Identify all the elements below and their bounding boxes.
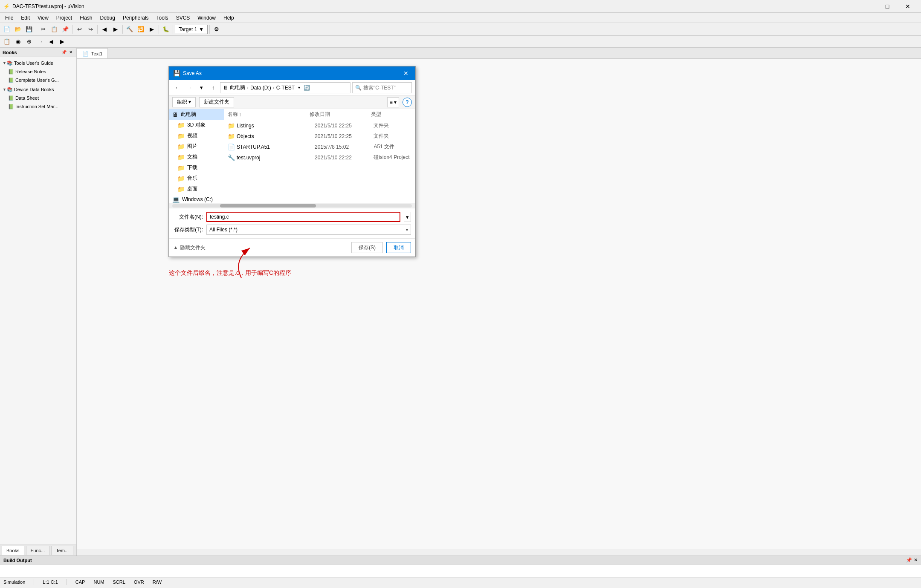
file-date-1: 2021/5/10 22:25 bbox=[315, 133, 372, 139]
tree-item-data-sheet[interactable]: 📗 Data Sheet bbox=[6, 94, 75, 102]
dialog-sidebar-item-6[interactable]: 📁音乐 bbox=[169, 173, 224, 184]
build-output-pin[interactable]: 📌 bbox=[906, 557, 912, 563]
settings-btn[interactable]: ⚙ bbox=[211, 24, 222, 35]
doc-icon-1: 📗 bbox=[8, 68, 14, 75]
filename-input[interactable] bbox=[206, 212, 400, 222]
view-options-btn[interactable]: ≡ ▾ bbox=[387, 97, 399, 107]
tree-item-release-notes[interactable]: 📗 Release Notes bbox=[6, 67, 75, 76]
file-name-3: test.uvproj bbox=[237, 155, 313, 161]
horizontal-scrollbar[interactable] bbox=[77, 549, 921, 556]
close-button[interactable]: ✕ bbox=[898, 0, 918, 13]
tab-books[interactable]: Books bbox=[2, 546, 24, 555]
t2-btn5[interactable]: ◀ bbox=[46, 37, 56, 47]
organize-btn[interactable]: 组织 ▾ bbox=[172, 97, 196, 107]
app-icon: ⚡ bbox=[3, 3, 10, 9]
dialog-sidebar-item-4[interactable]: 📁文档 bbox=[169, 152, 224, 162]
tree-item-complete-user[interactable]: 📗 Complete User's G... bbox=[6, 76, 75, 84]
tree-item-tools-guide[interactable]: ▼ 📚 Tools User's Guide bbox=[1, 59, 75, 67]
hide-folders-btn[interactable]: ▲ 隐藏文件夹 bbox=[173, 244, 206, 251]
redo-btn[interactable]: ↪ bbox=[85, 24, 96, 35]
tab-text1[interactable]: 📄 Text1 bbox=[77, 48, 108, 58]
minimize-button[interactable]: – bbox=[857, 0, 877, 13]
dialog-file-list: 名称 ↑ 修改日期 类型 📁 Listings 2021/5/10 22:25 … bbox=[224, 109, 415, 203]
file-item-3[interactable]: 🔧 test.uvproj 2021/5/10 22:22 碰ision4 Pr… bbox=[224, 152, 415, 163]
menu-item-svcs[interactable]: SVCS bbox=[173, 13, 194, 23]
file-item-0[interactable]: 📁 Listings 2021/5/10 22:25 文件夹 bbox=[224, 120, 415, 131]
bc-refresh-btn[interactable]: 🔄 bbox=[304, 85, 310, 91]
new-file-btn[interactable]: 📄 bbox=[2, 24, 12, 35]
open-btn[interactable]: 📂 bbox=[13, 24, 23, 35]
sidebar-close-btn[interactable]: ✕ bbox=[68, 49, 74, 55]
save-button[interactable]: 保存(S) bbox=[351, 242, 383, 253]
dialog-nav-back[interactable]: ← bbox=[172, 83, 182, 93]
nav-back-btn[interactable]: ◀ bbox=[99, 24, 110, 35]
dialog-close-btn[interactable]: ✕ bbox=[401, 68, 411, 78]
file-type-3: 碰ision4 Project bbox=[374, 154, 412, 161]
dialog-sidebar-item-5[interactable]: 📁下载 bbox=[169, 162, 224, 173]
filetype-select[interactable]: All Files (*.*) ▾ bbox=[206, 225, 411, 235]
cancel-button[interactable]: 取消 bbox=[386, 242, 411, 253]
menu-item-tools[interactable]: Tools bbox=[153, 13, 172, 23]
dialog-sidebar-item-1[interactable]: 📁3D 对象 bbox=[169, 120, 224, 130]
file-item-1[interactable]: 📁 Objects 2021/5/10 22:25 文件夹 bbox=[224, 131, 415, 141]
save-btn[interactable]: 💾 bbox=[24, 24, 34, 35]
tab-func[interactable]: Func... bbox=[26, 546, 50, 555]
build-btn[interactable]: 🔨 bbox=[125, 24, 135, 35]
breadcrumb-bar[interactable]: 🖥 此电脑 › Data (D:) › C-TEST ▾ 🔄 bbox=[220, 82, 350, 93]
menu-item-view[interactable]: View bbox=[34, 13, 52, 23]
menu-item-flash[interactable]: Flash bbox=[76, 13, 96, 23]
dialog-search-input[interactable] bbox=[363, 85, 409, 91]
menu-item-debug[interactable]: Debug bbox=[97, 13, 119, 23]
doc-icon-3: 📗 bbox=[8, 95, 14, 101]
t2-btn4[interactable]: → bbox=[35, 37, 45, 47]
dialog-nav-dropdown[interactable]: ▾ bbox=[196, 83, 206, 93]
debug-btn[interactable]: 🐛 bbox=[161, 24, 171, 35]
target-selector[interactable]: Target 1 ▼ bbox=[175, 25, 208, 34]
dialog-nav-up[interactable]: ↑ bbox=[208, 83, 218, 93]
t2-btn1[interactable]: 📋 bbox=[2, 37, 12, 47]
help-btn[interactable]: ? bbox=[403, 98, 412, 107]
menu-item-project[interactable]: Project bbox=[53, 13, 75, 23]
menu-item-edit[interactable]: Edit bbox=[17, 13, 33, 23]
filename-dropdown-btn[interactable]: ▾ bbox=[404, 212, 411, 222]
tree-item-device-books[interactable]: ▼ 📚 Device Data Books bbox=[1, 85, 75, 94]
dialog-sidebar-item-3[interactable]: 📁图片 bbox=[169, 141, 224, 152]
col-header-date[interactable]: 修改日期 bbox=[310, 111, 371, 118]
sidebar-pin-btn[interactable]: 📌 bbox=[61, 49, 67, 55]
dialog-search-box[interactable]: 🔍 bbox=[352, 82, 412, 93]
dialog-sidebar-item-7[interactable]: 📁桌面 bbox=[169, 184, 224, 194]
run-btn[interactable]: ▶ bbox=[147, 24, 157, 35]
build-output-close[interactable]: ✕ bbox=[914, 557, 918, 563]
paste-btn[interactable]: 📌 bbox=[60, 24, 70, 35]
undo-btn[interactable]: ↩ bbox=[74, 24, 84, 35]
menu-item-help[interactable]: Help bbox=[220, 13, 237, 23]
copy-btn[interactable]: 📋 bbox=[49, 24, 59, 35]
col-header-name[interactable]: 名称 ↑ bbox=[228, 111, 310, 118]
t2-btn2[interactable]: ◉ bbox=[13, 37, 23, 47]
menu-item-file[interactable]: File bbox=[2, 13, 17, 23]
save-as-dialog[interactable]: 💾 Save As ✕ ← → ▾ ↑ 🖥 此电脑 › Data (D:) › … bbox=[168, 66, 416, 257]
t2-btn6[interactable]: ▶ bbox=[57, 37, 67, 47]
sidebar-scroll[interactable]: ▼ 📚 Tools User's Guide 📗 Release Notes 📗… bbox=[0, 57, 76, 545]
nav-fwd-btn[interactable]: ▶ bbox=[110, 24, 121, 35]
file-type-2: A51 文件 bbox=[374, 143, 412, 150]
tree-label-device: Device Data Books bbox=[14, 87, 54, 92]
menu-item-peripherals[interactable]: Peripherals bbox=[119, 13, 152, 23]
tab-tem[interactable]: Tem... bbox=[51, 546, 73, 555]
new-folder-btn[interactable]: 新建文件夹 bbox=[199, 97, 234, 107]
dialog-sidebar-item-0[interactable]: 🖥此电脑 bbox=[169, 109, 224, 120]
file-item-2[interactable]: 📄 STARTUP.A51 2015/7/8 15:02 A51 文件 bbox=[224, 141, 415, 152]
dialog-nav-forward[interactable]: → bbox=[184, 83, 194, 93]
col-header-type[interactable]: 类型 bbox=[371, 111, 412, 118]
dialog-sidebar-item-2[interactable]: 📁视频 bbox=[169, 130, 224, 141]
rebuild-btn[interactable]: 🔁 bbox=[136, 24, 146, 35]
cut-btn[interactable]: ✂ bbox=[38, 24, 48, 35]
filetype-value: All Files (*.*) bbox=[209, 227, 237, 233]
dialog-h-scrollbar[interactable] bbox=[169, 203, 415, 208]
menu-item-window[interactable]: Window bbox=[194, 13, 219, 23]
t2-btn3[interactable]: ⊕ bbox=[24, 37, 34, 47]
file-date-3: 2021/5/10 22:22 bbox=[315, 155, 372, 161]
dialog-sidebar-item-8[interactable]: 💻Windows (C:) bbox=[169, 194, 224, 203]
maximize-button[interactable]: □ bbox=[878, 0, 897, 13]
tree-item-instruction-set[interactable]: 📗 Instruction Set Mar... bbox=[6, 102, 75, 111]
